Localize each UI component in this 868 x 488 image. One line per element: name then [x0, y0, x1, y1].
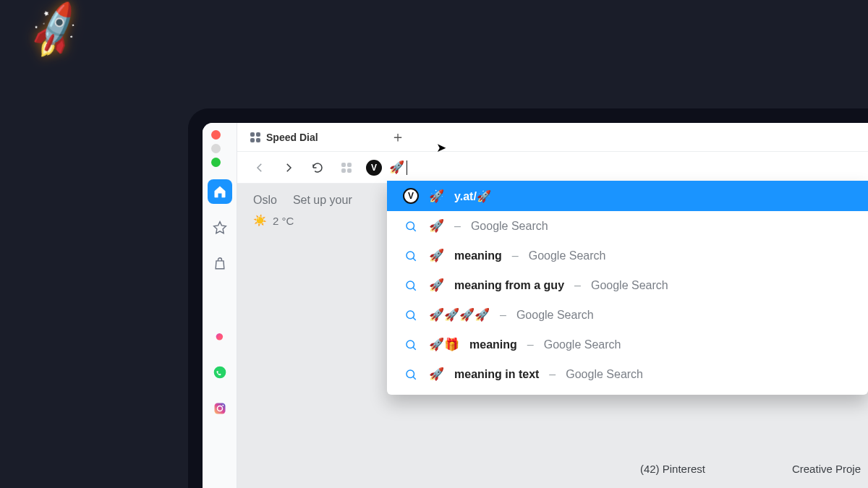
sidebar-item-whatsapp[interactable] — [208, 360, 232, 385]
search-icon — [403, 338, 419, 351]
suggestion-emoji: 🚀 — [429, 189, 444, 204]
suggestion-emoji: 🚀 — [429, 218, 444, 234]
suggestion-separator: – — [512, 249, 519, 262]
svg-point-5 — [407, 252, 414, 260]
decor-rocket-icon: 🚀 — [22, 0, 88, 62]
sidebar-item-shopping[interactable] — [208, 252, 232, 276]
window-minimize-button[interactable] — [211, 144, 221, 153]
laptop-frame: ● Speed Dial ＋ ➤ — [188, 108, 868, 488]
suggestion-separator: – — [574, 279, 581, 292]
suggestion-emoji: 🚀🚀🚀🚀 — [429, 307, 490, 322]
tab-bar: Speed Dial ＋ ➤ — [237, 123, 868, 152]
svg-point-3 — [222, 405, 224, 406]
sidebar: ● — [203, 123, 237, 488]
site-badge-icon: V — [403, 188, 419, 204]
suggestion-row[interactable]: V 🚀 y.at/🚀 — [387, 181, 868, 211]
back-button[interactable] — [250, 158, 269, 177]
browser-window: ● Speed Dial ＋ ➤ — [203, 123, 868, 488]
setup-prompt[interactable]: Set up your — [293, 194, 352, 207]
grid-icon — [341, 163, 352, 173]
bag-icon — [213, 257, 227, 271]
suggestion-term: meaning in text — [454, 368, 539, 381]
suggestion-row[interactable]: 🚀🎁 meaning – Google Search — [387, 330, 868, 359]
suggestion-source: Google Search — [566, 368, 643, 381]
speed-dial-icon — [250, 132, 260, 142]
suggestion-separator: – — [549, 368, 556, 381]
chevron-left-icon — [253, 161, 266, 174]
suggestion-emoji: 🚀 — [429, 278, 444, 293]
star-icon — [213, 221, 227, 235]
address-input-value: 🚀 — [389, 160, 404, 175]
suggestion-term: y.at/🚀 — [454, 189, 491, 203]
instagram-icon — [213, 401, 227, 416]
new-tab-button[interactable]: ＋ — [389, 129, 407, 146]
whatsapp-icon — [213, 365, 227, 380]
svg-point-4 — [407, 222, 414, 230]
sidebar-item-home[interactable] — [208, 179, 232, 204]
home-icon — [213, 184, 227, 199]
svg-point-6 — [407, 281, 414, 289]
search-icon — [403, 249, 419, 262]
suggestion-row[interactable]: 🚀 meaning from a guy – Google Search — [387, 270, 868, 300]
svg-point-7 — [407, 311, 414, 319]
search-icon — [403, 220, 419, 233]
window-controls — [211, 130, 221, 167]
reload-icon — [311, 161, 324, 174]
suggestion-emoji: 🚀 — [429, 248, 444, 263]
toolbar: V 🚀 — [237, 152, 868, 184]
text-caret — [407, 160, 407, 175]
suggestion-source: Google Search — [544, 338, 621, 351]
suggestion-row[interactable]: 🚀 meaning – Google Search — [387, 241, 868, 270]
suggestion-row[interactable]: 🚀 – Google Search — [387, 211, 868, 241]
suggestion-row[interactable]: 🚀🚀🚀🚀 – Google Search — [387, 300, 868, 330]
main-area: Speed Dial ＋ ➤ V — [237, 123, 868, 488]
window-close-button[interactable] — [211, 130, 221, 140]
svg-point-9 — [407, 370, 414, 378]
suggestion-term: meaning from a guy — [454, 279, 564, 292]
sidebar-item-bookmarks[interactable] — [208, 215, 232, 240]
suggestion-source: Google Search — [529, 249, 606, 262]
suggestion-emoji: 🚀🎁 — [429, 337, 459, 352]
svg-point-8 — [407, 341, 414, 348]
sidebar-item-instagram[interactable] — [208, 396, 232, 421]
address-bar[interactable]: V 🚀 — [366, 160, 861, 176]
site-badge-icon: V — [366, 160, 382, 176]
suggestion-term: meaning — [454, 249, 502, 262]
sidebar-item-messenger[interactable]: ● — [208, 324, 232, 348]
forward-button[interactable] — [279, 158, 298, 177]
suggestion-separator: – — [500, 309, 506, 322]
svg-point-0 — [213, 367, 226, 379]
search-icon — [403, 279, 419, 292]
suggestion-source: Google Search — [471, 220, 548, 233]
tab-speed-dial[interactable]: Speed Dial — [250, 132, 383, 143]
svg-rect-1 — [214, 403, 225, 414]
tab-title: Speed Dial — [266, 132, 318, 143]
address-suggestions-dropdown: V 🚀 y.at/🚀 🚀 – Google Search 🚀 meaning –… — [387, 181, 868, 395]
tile-pinterest[interactable]: (42) Pinterest — [640, 463, 705, 475]
suggestion-source: Google Search — [591, 279, 668, 292]
speed-dial-button[interactable] — [337, 158, 356, 177]
suggestion-source: Google Search — [516, 309, 594, 322]
search-icon — [403, 368, 419, 381]
chevron-right-icon — [282, 161, 295, 174]
tile-creative[interactable]: Creative Proje — [792, 463, 861, 475]
weather-icon: ☀️ — [253, 214, 267, 227]
suggestion-term: meaning — [469, 338, 517, 351]
temperature-label: 2 °C — [273, 215, 294, 227]
suggestion-separator: – — [454, 220, 461, 233]
window-maximize-button[interactable] — [211, 158, 221, 167]
city-label: Oslo — [253, 194, 277, 207]
search-icon — [403, 309, 419, 322]
reload-button[interactable] — [308, 158, 327, 177]
messenger-icon: ● — [215, 327, 224, 346]
suggestion-row[interactable]: 🚀 meaning in text – Google Search — [387, 359, 868, 389]
suggestion-separator: – — [527, 338, 534, 351]
suggestion-emoji: 🚀 — [429, 367, 444, 382]
